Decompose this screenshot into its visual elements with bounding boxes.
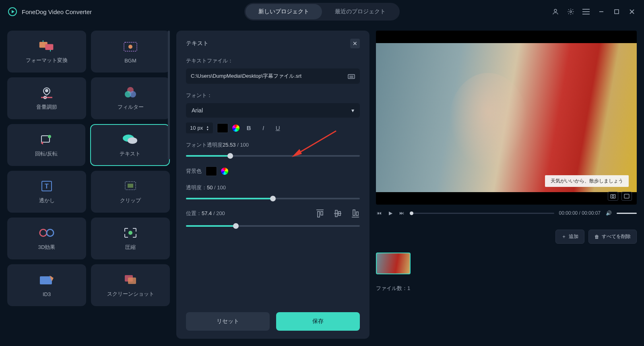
browse-icon[interactable]	[348, 73, 355, 79]
screenshot-icon	[122, 273, 138, 286]
sidebar-label: 音量調節	[36, 104, 57, 111]
fullscreen-icon[interactable]	[621, 192, 632, 201]
maximize-icon[interactable]	[613, 8, 621, 16]
watermark-icon: T	[39, 179, 55, 193]
svg-point-18	[130, 91, 136, 97]
sidebar-label: テキスト	[120, 150, 140, 157]
svg-rect-10	[45, 44, 53, 50]
font-select[interactable]: Arial ▾	[186, 103, 360, 118]
close-panel-button[interactable]: ✕	[350, 39, 360, 48]
svg-text:T: T	[45, 183, 49, 190]
svg-rect-30	[40, 276, 52, 284]
filter-icon	[122, 86, 138, 99]
snapshot-icon[interactable]	[608, 192, 618, 201]
chevron-down-icon: ▾	[351, 107, 354, 114]
volume-slider[interactable]	[617, 213, 637, 214]
sidebar-label: 圧縮	[125, 244, 136, 251]
preview-pane: 天気がいいから、散歩しましょう ⏮ ▶ ⏭ 00:00:00 / 00:00:0…	[376, 31, 637, 339]
bg-opacity-slider[interactable]	[186, 198, 360, 199]
svg-rect-26	[128, 184, 133, 188]
sidebar-label: ID3	[43, 291, 51, 297]
time-display: 00:00:00 / 00:00:07	[559, 210, 601, 216]
svg-rect-38	[321, 211, 323, 215]
menu-icon[interactable]	[582, 8, 590, 16]
clear-clips-button[interactable]: 🗑すべてを削除	[588, 230, 637, 244]
bg-color-swatch[interactable]	[206, 166, 217, 176]
svg-point-22	[128, 137, 137, 144]
text-settings-panel: テキスト ✕ テキストファイル： C:\Users\DumpMedia\Desk…	[176, 31, 369, 339]
subtitle-file-input[interactable]: C:\Users\DumpMedia\Desktop\字幕ファイル.srt	[186, 68, 360, 84]
italic-button[interactable]: I	[258, 124, 268, 131]
align-bottom-icon[interactable]	[351, 209, 360, 218]
sidebar-item-bgm[interactable]: BGM	[91, 31, 170, 73]
sidebar-label: BGM	[124, 58, 136, 64]
svg-point-0	[554, 9, 557, 12]
sidebar-item-watermark[interactable]: T 透かし	[7, 171, 86, 213]
sidebar-label: クリップ	[120, 197, 141, 204]
bold-button[interactable]: B	[244, 124, 254, 131]
play-button[interactable]: ▶	[387, 210, 394, 216]
sidebar-item-text[interactable]: テキスト	[90, 124, 170, 166]
sidebar-item-format[interactable]: フォーマット変換	[7, 31, 86, 73]
sidebar-item-3d[interactable]: 3D効果	[7, 218, 86, 259]
svg-point-27	[40, 229, 47, 236]
sidebar-item-screenshot[interactable]: スクリーンショット	[91, 264, 170, 306]
rotate-icon	[38, 133, 54, 146]
sidebar-label: フォーマット変換	[26, 57, 68, 64]
video-preview: 天気がいいから、散歩しましょう	[376, 31, 637, 205]
account-icon[interactable]	[551, 8, 559, 16]
add-clip-button[interactable]: ＋追加	[555, 230, 584, 244]
tab-new-project[interactable]: 新しいプロジェクト	[246, 4, 322, 19]
sidebar-item-clip[interactable]: クリップ	[91, 171, 170, 213]
tool-sidebar: フォーマット変換 BGM 音量調節 フィルター 回転/反転	[7, 31, 170, 339]
compress-icon	[122, 226, 138, 240]
sidebar-item-compress[interactable]: 圧縮	[91, 218, 170, 259]
progress-bar[interactable]	[410, 213, 554, 214]
font-size-input[interactable]: 10 px ▲▼	[186, 122, 213, 133]
stepper-icon[interactable]: ▲▼	[206, 125, 209, 131]
format-convert-icon	[39, 39, 55, 53]
position-slider[interactable]	[186, 225, 360, 227]
font-opacity-label: フォント透明度25.53 / 100	[186, 141, 360, 149]
clip-thumbnail[interactable]	[376, 253, 411, 274]
bg-opacity-label: 透明度：50 / 100	[186, 184, 360, 191]
font-label: フォント：	[186, 92, 360, 99]
svg-point-48	[612, 195, 614, 197]
sidebar-item-volume[interactable]: 音量調節	[7, 77, 86, 119]
sidebar-item-id3[interactable]: ID3	[7, 264, 86, 306]
bg-color-picker-icon[interactable]	[221, 168, 228, 175]
volume-icon[interactable]: 🔊	[605, 210, 612, 216]
reset-button[interactable]: リセット	[186, 312, 270, 331]
sidebar-item-rotate[interactable]: 回転/反転	[7, 124, 85, 166]
app-title: FoneDog Video Converter	[22, 8, 92, 15]
sidebar-label: 回転/反転	[35, 150, 58, 157]
underline-button[interactable]: U	[272, 124, 283, 131]
panel-title: テキスト	[186, 40, 208, 47]
minimize-icon[interactable]	[597, 8, 605, 16]
font-opacity-slider[interactable]	[186, 155, 360, 157]
app-logo-icon	[8, 7, 17, 16]
next-button[interactable]: ⏭	[398, 210, 405, 216]
close-window-icon[interactable]	[628, 8, 636, 16]
clip-icon	[122, 179, 138, 193]
id3-icon	[39, 273, 55, 287]
trash-icon: 🗑	[594, 234, 599, 240]
volume-icon	[39, 86, 55, 99]
tab-recent-project[interactable]: 最近のプロジェクト	[322, 4, 398, 19]
svg-rect-33	[348, 75, 355, 79]
position-label: 位置：57.4 / 200	[186, 210, 225, 217]
settings-icon[interactable]	[567, 8, 575, 16]
prev-button[interactable]: ⏮	[376, 210, 382, 216]
sidebar-item-filter[interactable]: フィルター	[91, 77, 170, 119]
text-icon	[122, 133, 138, 146]
align-top-icon[interactable]	[316, 209, 324, 218]
font-color-swatch[interactable]	[217, 123, 228, 133]
svg-point-15	[44, 96, 46, 99]
sidebar-label: 3D効果	[38, 244, 56, 251]
save-button[interactable]: 保存	[276, 312, 360, 331]
align-middle-icon[interactable]	[333, 209, 342, 218]
svg-point-20	[48, 135, 51, 138]
project-tabs: 新しいプロジェクト 最近のプロジェクト	[244, 3, 400, 21]
svg-rect-37	[318, 211, 320, 217]
font-color-picker-icon[interactable]	[232, 124, 239, 132]
